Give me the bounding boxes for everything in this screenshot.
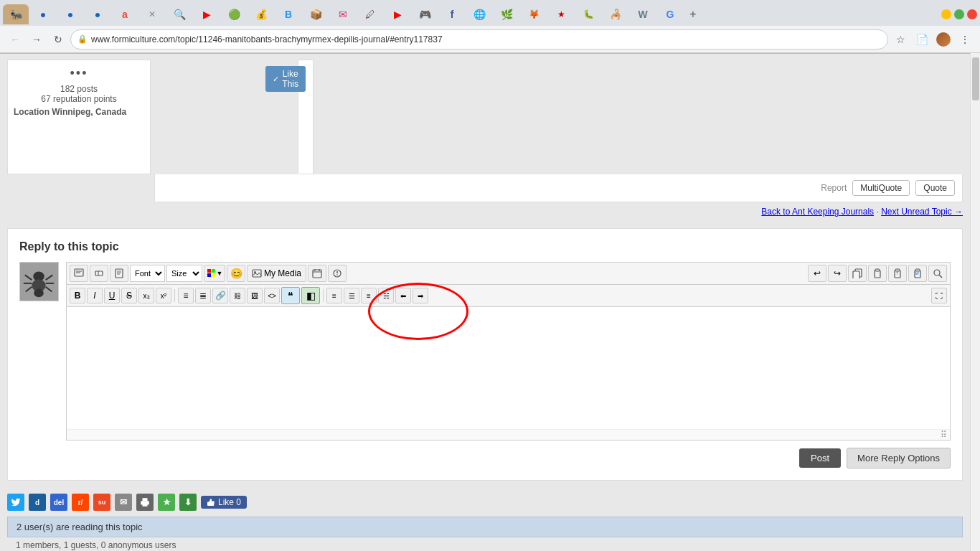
italic-button[interactable]: I	[87, 288, 103, 303]
tab-4[interactable]: ●	[85, 4, 110, 24]
forward-button[interactable]: →	[27, 30, 46, 49]
scrollbar[interactable]	[970, 53, 980, 551]
reddit-share-button[interactable]: r/	[72, 494, 89, 511]
next-unread-link[interactable]: Next Unread Topic →	[881, 207, 963, 217]
user-post-count: 182 posts 67 reputation points	[14, 84, 144, 104]
multiquote-button[interactable]: MultiQuote	[852, 180, 910, 196]
tab-19[interactable]: 🌿	[494, 4, 519, 24]
tab-25[interactable]: G	[657, 4, 683, 24]
tab-18[interactable]: 🌐	[466, 4, 492, 24]
post-button[interactable]: Post	[799, 448, 841, 468]
pdf-button[interactable]: 📄	[913, 30, 931, 49]
undo-button[interactable]: ↩	[808, 265, 826, 282]
link-button[interactable]: 🔗	[212, 288, 228, 303]
tab-8[interactable]: ▶	[194, 4, 220, 24]
copy-button[interactable]	[848, 265, 867, 282]
back-button[interactable]: ←	[6, 30, 24, 49]
tab-24[interactable]: W	[630, 4, 656, 24]
eraser-button[interactable]	[90, 265, 108, 282]
indent-increase-button[interactable]: ➡	[413, 288, 428, 303]
minimize-button[interactable]	[941, 9, 951, 19]
stumbleupon-share-button[interactable]: su	[93, 494, 110, 511]
tab-14[interactable]: 🖊	[357, 4, 383, 24]
size-select[interactable]: Size	[166, 265, 202, 282]
paste-text-button[interactable]: T	[888, 265, 907, 282]
digg-share-button[interactable]: d	[29, 494, 46, 511]
scrollbar-thumb[interactable]	[972, 57, 979, 100]
tab-13[interactable]: ✉	[330, 4, 356, 24]
calendar-button[interactable]	[308, 265, 326, 282]
subscript-button[interactable]: x₂	[138, 288, 154, 303]
tab-1[interactable]: 🐜	[3, 4, 29, 24]
svg-rect-35	[875, 269, 880, 271]
bold-button[interactable]: B	[70, 288, 85, 303]
tab-21[interactable]: ★	[548, 4, 574, 24]
profile-button[interactable]	[934, 30, 953, 49]
ordered-list-button[interactable]: ≣	[195, 288, 211, 303]
tab-17[interactable]: f	[439, 4, 465, 24]
tab-11[interactable]: B	[275, 4, 301, 24]
facebook-like-button[interactable]: Like 0	[201, 496, 247, 509]
svg-rect-19	[207, 269, 211, 273]
maximize-button[interactable]	[954, 9, 964, 19]
email-share-button[interactable]: ✉	[115, 494, 132, 511]
bookmark-star-button[interactable]: ☆	[891, 30, 910, 49]
unlink-button[interactable]: ⛓	[230, 288, 245, 303]
left-indent-button[interactable]: ◧	[301, 287, 320, 304]
tab-15[interactable]: ▶	[385, 4, 410, 24]
my-media-button[interactable]: My Media	[247, 265, 306, 282]
menu-button[interactable]: ⋮	[956, 30, 974, 49]
twitter-share-button[interactable]	[7, 494, 24, 511]
close-button[interactable]	[967, 9, 977, 19]
paste-word-button[interactable]: W	[908, 265, 927, 282]
indent-decrease-button[interactable]: ⬅	[395, 288, 411, 303]
image-button[interactable]: 🖼	[247, 288, 263, 303]
superscript-button[interactable]: x²	[156, 288, 171, 303]
strikethrough-button[interactable]: S	[121, 288, 137, 303]
tab-22[interactable]: 🐛	[575, 4, 601, 24]
download-share-button[interactable]: ⬇	[179, 494, 197, 511]
quote-button[interactable]: Quote	[915, 180, 955, 196]
report-link[interactable]: Report	[821, 183, 847, 193]
more-reply-options-button[interactable]: More Reply Options	[847, 448, 951, 468]
back-to-journals-link[interactable]: Back to Ant Keeping Journals	[761, 207, 874, 217]
emoji-button[interactable]: 😊	[227, 265, 245, 282]
font-select[interactable]: Font	[130, 265, 165, 282]
align-justify-button[interactable]: ☵	[378, 288, 394, 303]
tab-3[interactable]: ●	[57, 4, 83, 24]
paste-button[interactable]	[868, 265, 887, 282]
tab-23[interactable]: 🦂	[603, 4, 628, 24]
tab-16[interactable]: 🎮	[412, 4, 438, 24]
blockquote-button[interactable]: ❝	[281, 287, 300, 304]
source-button[interactable]	[70, 265, 88, 282]
special-button[interactable]	[328, 265, 347, 282]
color-picker-button[interactable]: ▼	[204, 265, 225, 282]
find-replace-button[interactable]	[928, 265, 947, 282]
like-this-button[interactable]: ✓ Like This	[265, 66, 306, 92]
delicious-share-button[interactable]: del	[50, 494, 67, 511]
print-button[interactable]	[136, 494, 154, 511]
tab-10[interactable]: 💰	[248, 4, 274, 24]
underline-button[interactable]: U	[104, 288, 120, 303]
code-button[interactable]: <>	[264, 288, 280, 303]
address-bar[interactable]	[70, 29, 888, 50]
align-center-button[interactable]: ☰	[344, 288, 359, 303]
tab-6[interactable]: ✕	[139, 4, 165, 24]
unordered-list-button[interactable]: ≡	[178, 288, 194, 303]
bookmark-share-button[interactable]: ★	[158, 494, 175, 511]
align-right-button[interactable]: ≡	[361, 288, 377, 303]
tab-9[interactable]: 🟢	[221, 4, 247, 24]
maximize-editor-button[interactable]: ⛶	[931, 288, 947, 303]
tab-12[interactable]: 📦	[303, 4, 329, 24]
tab-20[interactable]: 🦊	[521, 4, 547, 24]
align-left-button[interactable]: ≡	[326, 288, 342, 303]
tab-2[interactable]: ●	[30, 4, 56, 24]
tab-7[interactable]: 🔍	[166, 4, 192, 24]
tab-5[interactable]: a	[112, 4, 138, 24]
new-tab-button[interactable]: +	[684, 6, 702, 23]
svg-rect-15	[116, 269, 123, 278]
editor-body[interactable]	[67, 307, 950, 429]
page-button[interactable]	[110, 265, 128, 282]
redo-button[interactable]: ↪	[828, 265, 847, 282]
refresh-button[interactable]: ↻	[49, 30, 67, 49]
